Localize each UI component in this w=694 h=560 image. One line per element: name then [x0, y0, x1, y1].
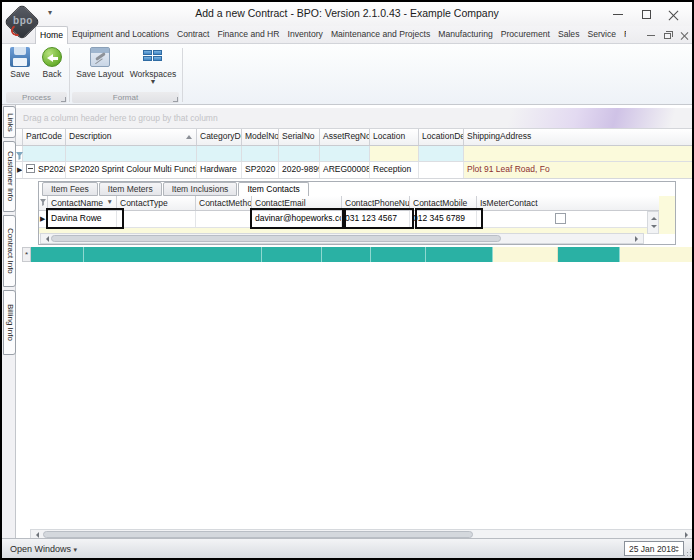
- scroll-up-icon[interactable]: [651, 214, 657, 220]
- tab-inventory[interactable]: Inventory: [284, 26, 327, 44]
- new-row-cell[interactable]: [262, 247, 322, 262]
- sidebar-item-customer-info[interactable]: Customer Info: [3, 141, 16, 212]
- new-row-cell[interactable]: [31, 247, 84, 262]
- scroll-right-icon[interactable]: [635, 236, 641, 242]
- tab-item-meters[interactable]: Item Meters: [99, 182, 162, 196]
- column-header-modelno[interactable]: ModelNo: [242, 129, 279, 145]
- filter-cell-description[interactable]: [66, 146, 197, 161]
- dialog-launcher-icon[interactable]: [173, 97, 178, 102]
- tab-reporting[interactable]: Reporting: [620, 26, 626, 44]
- filter-cell-partcode[interactable]: [23, 146, 66, 161]
- column-header-contactmethod[interactable]: ContactMethod: [196, 196, 252, 210]
- cell-modelno[interactable]: SP2020: [242, 162, 279, 178]
- filter-cell-locationdesc[interactable]: [419, 146, 464, 161]
- scroll-left-icon[interactable]: [43, 236, 49, 242]
- open-windows-dropdown[interactable]: Open Windows ▾: [10, 544, 77, 554]
- cell-locationdesc[interactable]: [419, 162, 464, 178]
- column-header-ismetercontact[interactable]: IsMeterContact: [477, 196, 675, 210]
- cell-serialno[interactable]: 2020-9899: [279, 162, 320, 178]
- column-header-contacttype[interactable]: ContactType: [117, 196, 196, 210]
- dialog-launcher-icon[interactable]: [61, 97, 66, 102]
- date-spinner-icons[interactable]: [674, 543, 681, 555]
- column-header-assetregno[interactable]: AssetRegNo: [320, 129, 370, 145]
- new-row-cell[interactable]: [493, 247, 558, 262]
- new-row-cell[interactable]: [371, 247, 426, 262]
- close-button[interactable]: [662, 6, 686, 23]
- tab-procurement[interactable]: Procurement: [497, 26, 554, 44]
- column-header-label: Description: [69, 131, 112, 141]
- new-row-cell[interactable]: [620, 247, 694, 262]
- filter-cell-modelno[interactable]: [242, 146, 279, 161]
- new-row-cell[interactable]: [84, 247, 262, 262]
- new-row-cell[interactable]: [426, 247, 493, 262]
- column-header-shippingaddress[interactable]: ShippingAddress: [464, 129, 694, 145]
- collapse-row-icon[interactable]: [26, 164, 35, 173]
- minimize-button[interactable]: [606, 6, 630, 23]
- filter-cell-serialno[interactable]: [279, 146, 320, 161]
- workspaces-dropdown-icon[interactable]: ▼: [128, 79, 178, 84]
- save-layout-button[interactable]: Save Layout: [74, 47, 126, 79]
- detail-horizontal-scrollbar[interactable]: [40, 233, 644, 244]
- resize-grip[interactable]: [683, 548, 691, 556]
- new-row-cell[interactable]: [322, 247, 371, 262]
- column-header-serialno[interactable]: SerialNo: [279, 129, 320, 145]
- tab-finance-and-hr[interactable]: Finance and HR: [213, 26, 283, 44]
- cell-contacttype[interactable]: [117, 211, 196, 227]
- ribbon-minimize-icon[interactable]: [647, 35, 655, 36]
- maximize-button[interactable]: [634, 6, 658, 23]
- sidebar-item-billing-info[interactable]: Billing Info: [3, 290, 16, 355]
- detail-scrollbar-thumb[interactable]: [51, 235, 501, 242]
- filter-cell-shippingaddress[interactable]: [464, 146, 694, 161]
- group-divider: [69, 48, 70, 102]
- ribbon-restore-icon[interactable]: [664, 33, 671, 39]
- cell-contactmethod[interactable]: [196, 211, 252, 227]
- column-dropdown-icon[interactable]: ▼: [107, 198, 113, 205]
- new-item-row[interactable]: [2, 247, 694, 262]
- column-header-categorydesc[interactable]: CategoryDesc: [197, 129, 242, 145]
- filter-cell-location[interactable]: [370, 146, 419, 161]
- date-field[interactable]: 25 Jan 2018: [624, 541, 684, 556]
- filter-cell-assetregno[interactable]: [320, 146, 370, 161]
- quick-access-caret-icon[interactable]: ▾: [48, 8, 52, 17]
- cell-categorydesc[interactable]: Hardware: [197, 162, 242, 178]
- tab-maintenance-and-projects[interactable]: Maintenance and Projects: [327, 26, 434, 44]
- main-scrollbar-thumb[interactable]: [43, 531, 473, 538]
- grid-data-row[interactable]: ▶ SP2020 SP2020 Sprint Colour Multi Func…: [16, 162, 692, 179]
- tab-item-inclusions[interactable]: Item Inclusions: [163, 182, 238, 196]
- ribbon-close-icon[interactable]: [680, 32, 688, 40]
- save-button[interactable]: Save: [6, 47, 34, 79]
- back-button[interactable]: Back: [38, 47, 66, 79]
- workspaces-icon: [143, 47, 163, 67]
- cell-location[interactable]: Reception: [370, 162, 419, 178]
- filter-funnel-icon: [16, 152, 23, 160]
- group-by-band[interactable]: Drag a column header here to group by th…: [16, 108, 692, 129]
- ismetercontact-checkbox[interactable]: [555, 213, 566, 224]
- scroll-down-icon[interactable]: [651, 225, 657, 231]
- cell-description[interactable]: SP2020 Sprint Colour Multi Functional Co…: [66, 162, 197, 178]
- new-row-cell[interactable]: [558, 247, 620, 262]
- grip-dot: [690, 552, 692, 554]
- grid-filter-row: [16, 146, 692, 162]
- cell-shippingaddress[interactable]: Plot 91 Leaf Road, Fo: [464, 162, 694, 178]
- column-header-partcode[interactable]: PartCode: [23, 129, 66, 145]
- header-indicator-cell: [16, 129, 23, 145]
- tile: [153, 50, 162, 55]
- tab-item-fees[interactable]: Item Fees: [42, 182, 98, 196]
- tab-manufacturing[interactable]: Manufacturing: [434, 26, 496, 44]
- sidebar-item-links[interactable]: Links: [3, 106, 16, 138]
- column-header-locationdesc[interactable]: LocationDesc: [419, 129, 464, 145]
- column-header-location[interactable]: Location: [370, 129, 419, 145]
- workspaces-button[interactable]: Workspaces ▼: [128, 47, 178, 84]
- column-header-description[interactable]: Description: [66, 129, 197, 145]
- tab-contract[interactable]: Contract: [173, 26, 213, 44]
- tab-sales[interactable]: Sales: [554, 26, 584, 44]
- tab-item-contacts[interactable]: Item Contacts: [238, 182, 308, 197]
- cell-assetregno[interactable]: AREG000083: [320, 162, 370, 178]
- tab-service[interactable]: Service: [583, 26, 620, 44]
- tab-equipment-and-locations[interactable]: Equipment and Locations: [68, 26, 173, 44]
- cell-partcode[interactable]: SP2020: [23, 162, 66, 178]
- detail-vertical-scrollbar[interactable]: [647, 211, 659, 234]
- save-layout-icon: [90, 47, 110, 67]
- filter-cell-categorydesc[interactable]: [197, 146, 242, 161]
- row-indicator: ▶: [16, 162, 23, 178]
